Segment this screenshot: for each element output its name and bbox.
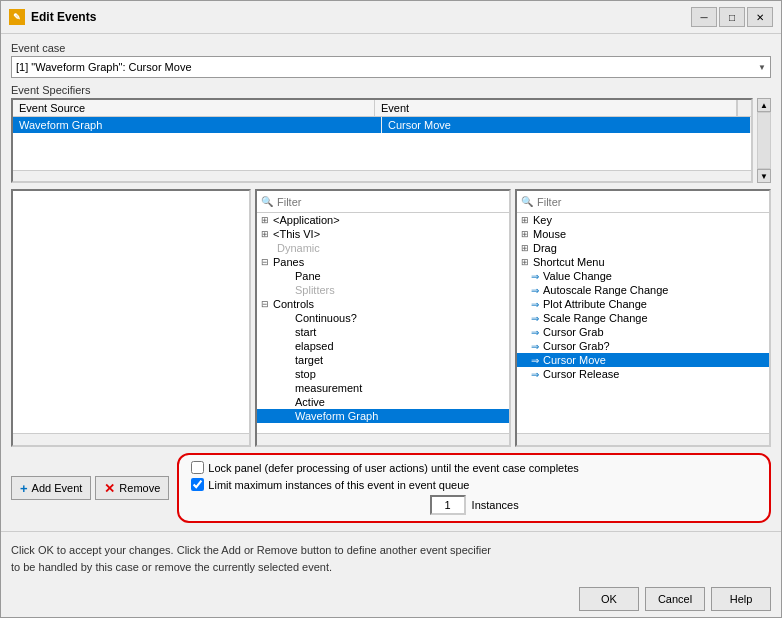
cancel-button[interactable]: Cancel — [645, 587, 705, 611]
limit-instances-label: Limit maximum instances of this event in… — [208, 479, 469, 491]
event-shortcut-menu[interactable]: ⊞ Shortcut Menu — [517, 255, 769, 269]
source-label: Splitters — [295, 284, 335, 296]
event-autoscale[interactable]: ⇒ Autoscale Range Change — [517, 283, 769, 297]
col-event: Event — [375, 100, 737, 116]
plus-icon: + — [20, 481, 28, 496]
source-target[interactable]: target — [257, 353, 509, 367]
row-event: Cursor Move — [382, 117, 751, 133]
instances-label: Instances — [472, 499, 519, 511]
source-stop[interactable]: stop — [257, 367, 509, 381]
source-label: Pane — [295, 270, 321, 282]
event-specifiers-panel: Event Source Event Waveform Graph Cursor… — [11, 98, 753, 183]
source-this-vi[interactable]: ⊞ <This VI> — [257, 227, 509, 241]
left-horiz-scroll[interactable] — [13, 433, 249, 445]
source-panes[interactable]: ⊟ Panes — [257, 255, 509, 269]
close-button[interactable]: ✕ — [747, 7, 773, 27]
source-active[interactable]: Active — [257, 395, 509, 409]
add-label: Add Event — [32, 482, 83, 494]
arrow-icon: ⇒ — [531, 355, 539, 366]
specifiers-header: Event Source Event — [13, 100, 751, 117]
event-scale-range[interactable]: ⇒ Scale Range Change — [517, 311, 769, 325]
lock-panel-checkbox[interactable] — [191, 461, 204, 474]
limit-instances-checkbox[interactable] — [191, 478, 204, 491]
event-label: Autoscale Range Change — [543, 284, 668, 296]
source-splitters: Splitters — [257, 283, 509, 297]
expand-icon: ⊟ — [261, 299, 269, 309]
event-case-section: Event case [1] "Waveform Graph": Cursor … — [11, 42, 771, 78]
source-label: <This VI> — [273, 228, 320, 240]
source-continuous[interactable]: Continuous? — [257, 311, 509, 325]
event-key[interactable]: ⊞ Key — [517, 213, 769, 227]
edit-events-window: ✎ Edit Events ─ □ ✕ Event case [1] "Wave… — [0, 0, 782, 618]
event-label: Cursor Grab — [543, 326, 604, 338]
minimize-button[interactable]: ─ — [691, 7, 717, 27]
maximize-button[interactable]: □ — [719, 7, 745, 27]
add-event-button[interactable]: + Add Event — [11, 476, 91, 500]
source-pane[interactable]: Pane — [257, 269, 509, 283]
scroll-up-btn[interactable]: ▲ — [757, 98, 771, 112]
event-plot-attr[interactable]: ⇒ Plot Attribute Change — [517, 297, 769, 311]
limit-instances-row: Limit maximum instances of this event in… — [191, 478, 757, 491]
scroll-down-btn[interactable]: ▼ — [757, 169, 771, 183]
right-horiz-scroll[interactable] — [517, 433, 769, 445]
event-mouse[interactable]: ⊞ Mouse — [517, 227, 769, 241]
status-line2: to be handled by this case or remove the… — [11, 561, 332, 573]
event-cursor-grab-q[interactable]: ⇒ Cursor Grab? — [517, 339, 769, 353]
event-sources-filter: 🔍 — [257, 191, 509, 213]
event-cursor-move[interactable]: ⇒ Cursor Move — [517, 353, 769, 367]
dropdown-arrow-icon: ▼ — [758, 63, 766, 72]
source-label: measurement — [295, 382, 362, 394]
source-label: Continuous? — [295, 312, 357, 324]
event-case-value: [1] "Waveform Graph": Cursor Move — [16, 61, 192, 73]
lock-panel-row: Lock panel (defer processing of user act… — [191, 461, 757, 474]
action-buttons-row: + Add Event ✕ Remove Lock panel (defer p… — [11, 453, 771, 523]
table-row[interactable]: Waveform Graph Cursor Move — [13, 117, 751, 133]
dialog-buttons: OK Cancel Help — [11, 583, 771, 611]
col-source: Event Source — [13, 100, 375, 116]
mid-horiz-scroll[interactable] — [257, 433, 509, 445]
event-case-label: Event case — [11, 42, 771, 54]
source-label: stop — [295, 368, 316, 380]
event-sources-panel: 🔍 ⊞ <Application> ⊞ <This VI> Dynamic — [255, 189, 511, 447]
event-value-change[interactable]: ⇒ Value Change — [517, 269, 769, 283]
expand-icon: ⊞ — [261, 229, 269, 239]
event-cursor-grab[interactable]: ⇒ Cursor Grab — [517, 325, 769, 339]
source-measurement[interactable]: measurement — [257, 381, 509, 395]
event-label: Mouse — [533, 228, 566, 240]
arrow-icon: ⇒ — [531, 327, 539, 338]
ok-button[interactable]: OK — [579, 587, 639, 611]
expand-icon: ⊞ — [261, 215, 269, 225]
instances-input[interactable] — [430, 495, 466, 515]
arrow-icon: ⇒ — [531, 313, 539, 324]
event-case-dropdown[interactable]: [1] "Waveform Graph": Cursor Move ▼ — [11, 56, 771, 78]
window-icon: ✎ — [9, 9, 25, 25]
source-application[interactable]: ⊞ <Application> — [257, 213, 509, 227]
events-panel: 🔍 ⊞ Key ⊞ Mouse ⊞ Drag — [515, 189, 771, 447]
source-label: target — [295, 354, 323, 366]
source-elapsed[interactable]: elapsed — [257, 339, 509, 353]
event-drag[interactable]: ⊞ Drag — [517, 241, 769, 255]
remove-label: Remove — [119, 482, 160, 494]
help-button[interactable]: Help — [711, 587, 771, 611]
source-waveform-graph[interactable]: Waveform Graph — [257, 409, 509, 423]
remove-button[interactable]: ✕ Remove — [95, 476, 169, 500]
event-label: Drag — [533, 242, 557, 254]
source-label: Controls — [273, 298, 314, 310]
source-controls[interactable]: ⊟ Controls — [257, 297, 509, 311]
event-cursor-release[interactable]: ⇒ Cursor Release — [517, 367, 769, 381]
vert-scrollbar[interactable]: ▲ ▼ — [757, 98, 771, 183]
title-bar: ✎ Edit Events ─ □ ✕ — [1, 1, 781, 34]
expand-icon: ⊞ — [521, 229, 529, 239]
source-start[interactable]: start — [257, 325, 509, 339]
event-label: Scale Range Change — [543, 312, 648, 324]
event-sources-filter-input[interactable] — [277, 196, 505, 208]
horiz-scrollbar[interactable] — [13, 170, 751, 181]
arrow-icon: ⇒ — [531, 299, 539, 310]
events-filter-input[interactable] — [537, 196, 765, 208]
event-specifiers-section: Event Specifiers Event Source Event Wave… — [11, 84, 771, 183]
specifiers-list-content — [13, 191, 249, 433]
source-label: <Application> — [273, 214, 340, 226]
events-content: ⊞ Key ⊞ Mouse ⊞ Drag ⊞ Shortcut Menu — [517, 213, 769, 433]
source-label: Waveform Graph — [295, 410, 378, 422]
three-panels: 🔍 ⊞ <Application> ⊞ <This VI> Dynamic — [11, 189, 771, 447]
